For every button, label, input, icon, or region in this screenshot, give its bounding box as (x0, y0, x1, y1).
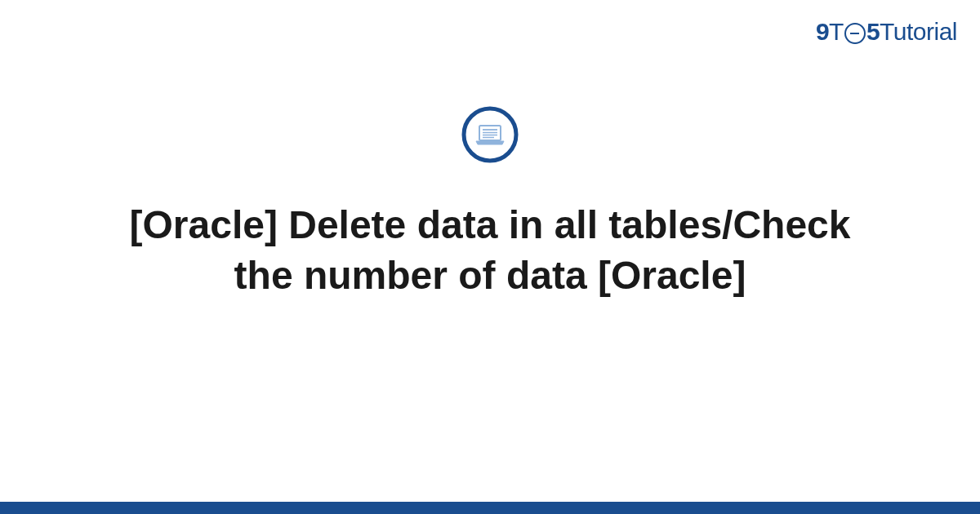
footer-bar (0, 502, 980, 514)
brand-circle-icon (844, 23, 866, 44)
brand-t: T (829, 18, 844, 46)
page-title: [Oracle] Delete data in all tables/Check… (98, 200, 882, 302)
brand-tutorial: Tutorial (880, 18, 957, 46)
brand-text: 9 T 5 Tutorial (816, 18, 957, 46)
brand-five: 5 (866, 18, 880, 46)
laptop-icon (461, 106, 519, 163)
brand-logo: 9 T 5 Tutorial (816, 18, 957, 46)
brand-nine: 9 (816, 18, 829, 46)
